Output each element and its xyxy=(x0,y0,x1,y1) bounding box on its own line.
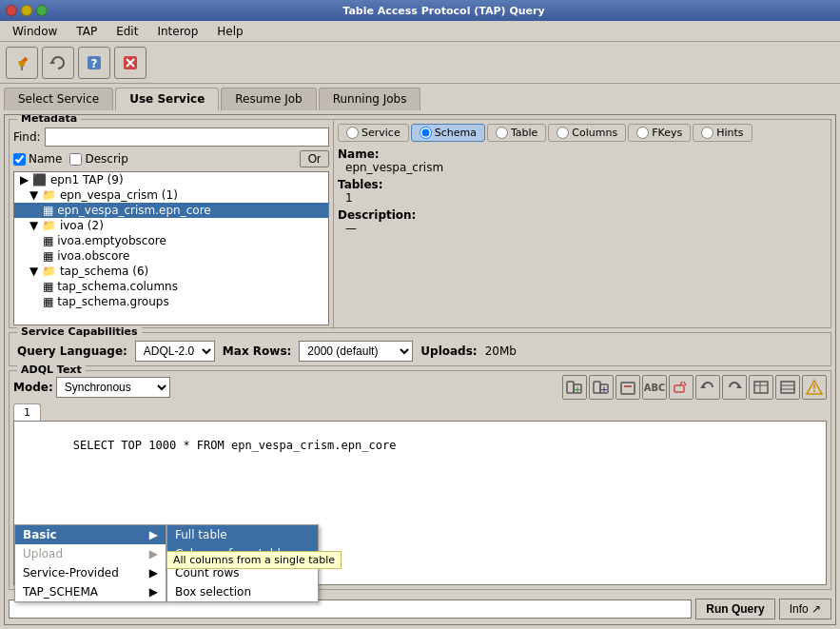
meta-tab-schema[interactable]: Schema xyxy=(411,124,485,142)
svg-marker-2 xyxy=(18,61,26,67)
tab-select-service[interactable]: Select Service xyxy=(4,88,113,110)
menu-interop[interactable]: Interop xyxy=(148,22,206,41)
tab-use-service[interactable]: Use Service xyxy=(115,88,219,110)
delete-tab-icon xyxy=(619,379,636,396)
menubar: Window TAP Edit Interop Help xyxy=(0,21,840,42)
refresh-button[interactable] xyxy=(42,47,74,79)
maximize-window-button[interactable] xyxy=(36,5,48,16)
menu-edit[interactable]: Edit xyxy=(107,22,147,41)
tree-folder-icon: 📁 xyxy=(42,188,56,202)
adql-tabs: 1 xyxy=(13,403,827,421)
menu-tap[interactable]: TAP xyxy=(68,22,106,41)
metadata-left: Find: Name Descrip Or xyxy=(10,120,333,329)
tree-item-ivoa-obs[interactable]: ▦ ivoa.obscore xyxy=(14,248,328,264)
submenu-full-table[interactable]: Full table xyxy=(167,525,318,544)
svg-marker-20 xyxy=(700,384,706,388)
max-rows-select[interactable]: 2000 (default) 1000 5000 10000 xyxy=(299,341,413,362)
clear-icon xyxy=(673,379,690,396)
tree-table-icon: ▦ xyxy=(43,204,53,217)
titlebar-buttons xyxy=(6,5,48,16)
meta-tab-columns[interactable]: Columns xyxy=(548,124,626,142)
tab-running-jobs[interactable]: Running Jobs xyxy=(319,88,421,110)
context-menu-service-provided[interactable]: Service-Provided ▶ xyxy=(15,563,166,582)
close-window-button[interactable] xyxy=(6,5,17,16)
query-language-select[interactable]: ADQL-2.0 ADQL-1.0 xyxy=(135,341,215,362)
titlebar: Table Access Protocol (TAP) Query xyxy=(0,0,840,21)
descrip-checkbox[interactable] xyxy=(69,153,82,166)
svg-rect-15 xyxy=(621,383,635,394)
refresh-icon xyxy=(49,54,67,71)
find-row: Find: xyxy=(13,128,329,147)
adql-section-title: ADQL Text xyxy=(17,364,86,376)
menu-window[interactable]: Window xyxy=(4,22,66,41)
close-icon xyxy=(122,54,139,71)
svg-text:+: + xyxy=(574,384,581,394)
clear-btn[interactable] xyxy=(669,375,693,400)
help-button[interactable]: ? xyxy=(78,47,110,79)
redo-btn[interactable] xyxy=(722,375,747,400)
or-button[interactable]: Or xyxy=(300,150,329,167)
description-field-label: Description: xyxy=(338,208,416,222)
meta-tabs: Service Schema Table Columns xyxy=(338,124,827,142)
svg-text:+: + xyxy=(600,384,608,394)
tree-container[interactable]: ▶ ⬛ epn1 TAP (9) ▼ 📁 epn_vespa_crism (1)… xyxy=(13,171,329,325)
menu-help[interactable]: Help xyxy=(208,22,251,41)
info-button[interactable]: Info ↗ xyxy=(779,599,831,619)
tree-item-epn-core[interactable]: ▦ epn_vespa_crism.epn_core xyxy=(14,203,328,218)
svg-rect-17 xyxy=(674,385,684,392)
tree-item-ivoa[interactable]: ▼ 📁 ivoa (2) xyxy=(14,218,328,233)
meta-tab-hints[interactable]: Hints xyxy=(693,124,752,142)
pin-button[interactable] xyxy=(6,47,38,79)
query-language-label: Query Language: xyxy=(17,344,127,358)
tree-item-tap-cols[interactable]: ▦ tap_schema.columns xyxy=(14,279,328,294)
abc-btn[interactable]: ABC xyxy=(642,375,667,400)
submenu-arrow-service: ▶ xyxy=(149,566,158,580)
table-btn[interactable] xyxy=(749,375,773,400)
capabilities-title: Service Capabilities xyxy=(17,325,142,338)
undo-icon xyxy=(699,379,716,396)
capabilities-row: Query Language: ADQL-2.0 ADQL-1.0 Max Ro… xyxy=(17,341,823,362)
uploads-label: Uploads: xyxy=(420,344,477,358)
svg-rect-25 xyxy=(781,382,794,393)
tree-item-epn-vespa[interactable]: ▼ 📁 epn_vespa_crism (1) xyxy=(14,187,328,203)
run-query-button[interactable]: Run Query xyxy=(695,599,774,619)
name-checkbox[interactable] xyxy=(13,153,26,166)
submenu-arrow-tap: ▶ xyxy=(149,585,158,599)
meta-tab-fkeys[interactable]: FKeys xyxy=(628,124,691,142)
close-button[interactable] xyxy=(114,47,147,79)
adql-toolbar: Mode: Synchronous Asynchronous + xyxy=(13,375,827,400)
tree-item-tap-groups[interactable]: ▦ tap_schema.groups xyxy=(14,294,328,309)
mode-select[interactable]: Synchronous Asynchronous xyxy=(56,377,170,398)
meta-tab-table[interactable]: Table xyxy=(487,124,546,142)
tree-server-icon: ⬛ xyxy=(32,173,47,187)
capabilities-section: Service Capabilities Query Language: ADQ… xyxy=(9,332,831,366)
tree-folder-icon-3: 📁 xyxy=(42,265,56,278)
main-content: Select Service Use Service Resume Job Ru… xyxy=(0,84,840,629)
metadata-container: Metadata Find: Name Descrip xyxy=(9,119,831,328)
status-input[interactable] xyxy=(9,600,692,619)
tab-resume-job[interactable]: Resume Job xyxy=(221,88,316,110)
meta-tab-service[interactable]: Service xyxy=(338,124,409,142)
duplicate-tab-btn[interactable]: + xyxy=(589,375,614,400)
tree-item-ivoa-empty[interactable]: ▦ ivoa.emptyobscore xyxy=(14,233,328,248)
adql-tab-1[interactable]: 1 xyxy=(13,403,41,421)
metadata-right: Service Schema Table Columns xyxy=(333,120,830,329)
svg-marker-3 xyxy=(49,60,55,64)
warn-btn[interactable]: ! xyxy=(802,375,827,400)
tree-item-epn1[interactable]: ▶ ⬛ epn1 TAP (9) xyxy=(14,172,328,187)
undo-btn[interactable] xyxy=(695,375,720,400)
uploads-value: 20Mb xyxy=(485,344,517,358)
help-icon: ? xyxy=(86,54,103,71)
tree-table-icon-3: ▦ xyxy=(43,234,53,247)
context-menu-basic[interactable]: Basic ▶ xyxy=(15,525,166,544)
add-tab-btn[interactable]: + xyxy=(562,375,587,400)
tree-item-tap-schema[interactable]: ▼ 📁 tap_schema (6) xyxy=(14,264,328,279)
cols-btn[interactable] xyxy=(775,375,800,400)
delete-tab-btn[interactable] xyxy=(615,375,640,400)
context-menu-tap-schema[interactable]: TAP_SCHEMA ▶ xyxy=(15,582,166,601)
checkbox-row: Name Descrip Or xyxy=(13,150,329,167)
submenu-box-selection[interactable]: Box selection xyxy=(167,582,318,601)
tab-bar: Select Service Use Service Resume Job Ru… xyxy=(4,88,836,110)
find-input[interactable] xyxy=(45,128,329,147)
minimize-window-button[interactable] xyxy=(21,5,32,16)
